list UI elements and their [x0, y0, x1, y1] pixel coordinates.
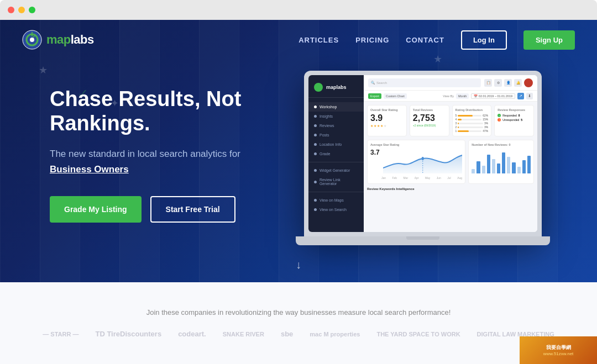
dash-nav-widget[interactable]: Widget Generator — [308, 166, 364, 175]
wide2-title: Number of New Reviews: 0 — [472, 143, 531, 146]
hero-section: ★ ✦ ✓ ★ ✓ maplabs ARTICLES — [0, 20, 597, 282]
dashboard-main: 🔍 Search 📋 ⚙ 👤 🔔 — [364, 75, 537, 232]
logo-snake-river: SNAKE RIVER — [223, 331, 264, 337]
month-view-button[interactable]: Month — [456, 93, 469, 99]
responded-row: ✓ Responded 8 — [498, 114, 531, 117]
nav-contact[interactable]: CONTACT — [406, 36, 444, 44]
responded-icon: ✓ — [498, 114, 501, 117]
bar-11 — [522, 160, 526, 173]
laptop-screen-frame: maplabs Workshop Insights — [304, 71, 542, 236]
custom-chart-button[interactable]: Custom Chart — [384, 93, 407, 99]
watermark: 我要自學網 www.51zxw.net — [520, 336, 597, 364]
nav-links: ARTICLES PRICING CONTACT Log In Sign Up — [298, 30, 575, 50]
logo-icon — [22, 30, 42, 50]
logo-starr: — STARR — — [43, 331, 78, 337]
export-button[interactable]: Export — [368, 93, 381, 99]
login-button[interactable]: Log In — [461, 30, 507, 50]
laptop-base — [296, 236, 550, 245]
download-icon-btn[interactable]: ⬇ — [526, 93, 533, 99]
svg-point-2 — [30, 38, 34, 42]
dashboard-sidebar: maplabs Workshop Insights — [308, 75, 364, 232]
dashboard-toolbar: Export Custom Chart View By Month 📅 02.0… — [364, 91, 537, 102]
date-range[interactable]: 📅 02.01.2019 – 01.01.2019 — [471, 93, 515, 99]
bar-9 — [512, 162, 515, 173]
hero-left: Chase Results, Not Rankings. The new sta… — [50, 76, 282, 223]
rating-row-1: 1 47% — [455, 129, 489, 133]
dashboard-cards: Overall Star Rating 3.9 ★ ★ ★ ★ ★ — [364, 102, 537, 140]
laptop-notch — [406, 236, 439, 240]
bar-4 — [487, 155, 490, 173]
dash-nav-view-maps[interactable]: View on Maps — [308, 196, 364, 205]
dash-nav-dot — [314, 115, 317, 118]
bar-10 — [517, 167, 521, 173]
card2-sub: +2 since (09/2019) — [413, 124, 446, 127]
dashboard-mockup: maplabs Workshop Insights — [304, 71, 575, 245]
bar-1 — [472, 169, 475, 173]
logo[interactable]: maplabs — [22, 30, 94, 50]
start-trial-button[interactable]: Start Free Trial — [150, 196, 235, 223]
dash-nav-dot — [314, 152, 317, 155]
overall-star-rating-card: Overall Star Rating 3.9 ★ ★ ★ ★ ★ — [367, 105, 407, 136]
bar-8 — [507, 157, 510, 173]
logo-text: maplabs — [46, 33, 94, 47]
hero-subtitle: The new standard in local search analyti… — [50, 146, 282, 176]
browser-dot-green[interactable] — [29, 7, 35, 13]
logo-mac-properties: mac M properties — [310, 331, 360, 337]
nav-pricing[interactable]: PRICING — [355, 36, 389, 44]
card2-value: 2,753 — [413, 114, 446, 123]
dash-nav-location[interactable]: Location Info — [308, 140, 364, 149]
new-reviews-card: Number of New Reviews: 0 — [468, 140, 534, 184]
dash-nav-grade[interactable]: Grade — [308, 149, 364, 159]
signup-button[interactable]: Sign Up — [523, 30, 575, 50]
rating-row-4: 4 15% — [455, 118, 489, 121]
rating-row-3: 3 3% — [455, 122, 489, 125]
dash-nav-review-link[interactable]: Review Link Generator — [308, 175, 364, 188]
dash-nav-dot — [314, 134, 317, 136]
reports-icon-btn[interactable]: 📋 — [484, 79, 492, 87]
hero-content: Chase Results, Not Rankings. The new sta… — [0, 60, 597, 245]
card2-title: Total Reviews — [413, 108, 446, 112]
grade-listing-button[interactable]: Grade My Listing — [50, 196, 142, 223]
avg-rating-chart — [383, 149, 463, 176]
browser-chrome — [0, 0, 597, 20]
rating-distribution-card: Rating Distribution 5 62% 4 — [452, 105, 492, 136]
card3-title: Rating Distribution — [455, 108, 489, 112]
watermark-line1: 我要自學網 — [546, 344, 571, 351]
dashboard-logo: maplabs — [308, 80, 364, 98]
watermark-url: www.51zxw.net — [543, 351, 574, 356]
nav-articles[interactable]: ARTICLES — [298, 36, 339, 44]
dash-nav-dot — [314, 169, 317, 172]
companies-tagline: Join these companies in revolutionizing … — [146, 308, 451, 316]
dashboard-search[interactable]: 🔍 Search — [368, 78, 481, 87]
card1-title: Overall Star Rating — [370, 108, 404, 112]
dash-nav-posts[interactable]: Posts — [308, 130, 364, 140]
dashboard-topbar: 🔍 Search 📋 ⚙ 👤 🔔 — [364, 75, 537, 91]
wide1-value: 3.7 — [370, 149, 380, 156]
dash-nav-workshop[interactable]: Workshop — [308, 102, 364, 112]
new-reviews-chart — [472, 149, 531, 173]
dash-nav-dot — [314, 105, 317, 108]
user-avatar[interactable] — [524, 78, 533, 87]
scroll-down-arrow[interactable]: ↓ — [296, 259, 301, 271]
bulk-icon-btn[interactable]: ⚙ — [494, 79, 502, 87]
settings-icon-btn[interactable]: 🔔 — [514, 79, 522, 87]
dash-separator — [308, 162, 364, 162]
card4-title: Review Responses — [498, 108, 531, 112]
account-icon-btn[interactable]: 👤 — [504, 79, 512, 87]
wide1-title: Average Star Rating — [370, 143, 462, 146]
card1-stars: ★ ★ ★ ★ ★ — [370, 124, 404, 128]
chart-x-labels: JanFebMarAprMayJunJulAug — [370, 176, 462, 180]
dash-nav-insights[interactable]: Insights — [308, 112, 364, 121]
rating-row-2: 2 3% — [455, 125, 489, 129]
dash-nav-view-search[interactable]: View on Search — [308, 205, 364, 214]
dash-logo-text: maplabs — [326, 85, 347, 90]
browser-dot-red[interactable] — [8, 7, 14, 13]
share-icon-btn[interactable]: ↗ — [517, 93, 524, 99]
browser-dot-yellow[interactable] — [18, 7, 25, 13]
dashboard-wide-cards: Average Star Rating 3.7 — [364, 140, 537, 187]
bar-3 — [482, 166, 485, 173]
dash-nav-reviews[interactable]: Reviews — [308, 121, 364, 130]
dash-nav-dot — [314, 124, 317, 127]
logo-the-yard: THE YARD SPACE TO WORK — [376, 331, 460, 337]
bar-12 — [527, 156, 531, 173]
